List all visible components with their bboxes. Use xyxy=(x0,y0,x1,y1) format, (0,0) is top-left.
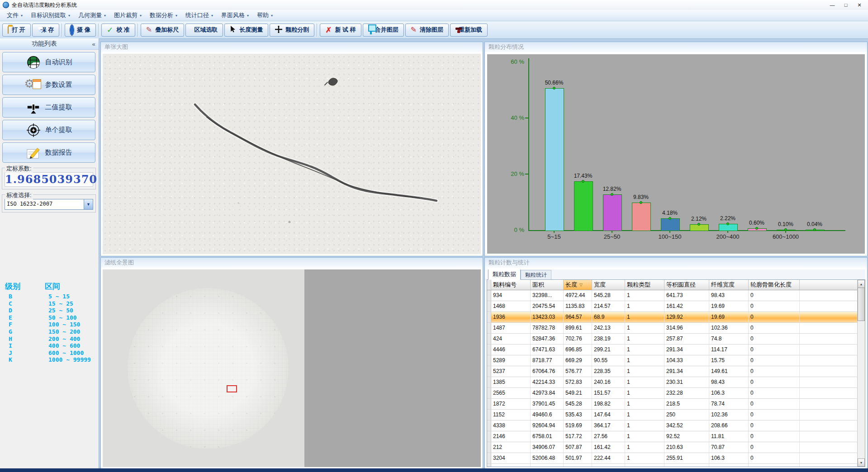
table-cell: 27.56 xyxy=(592,431,625,442)
menu-item-3[interactable]: 图片裁剪▾ xyxy=(110,10,146,21)
table-cell: 1 xyxy=(625,431,664,442)
standard-select[interactable]: ISO 16232-2007 ▼ xyxy=(5,199,93,210)
calibration-label: 定标系数: xyxy=(5,165,33,173)
filter-paper-circle[interactable] xyxy=(128,288,289,449)
column-header-2[interactable]: 长度▽ xyxy=(564,280,592,290)
reload-button[interactable]: 重新加载 xyxy=(450,24,488,37)
menu-item-7[interactable]: 帮助▾ xyxy=(253,10,277,21)
table-row[interactable]: 148778782.78899.61242.131314.96102.360 xyxy=(487,323,865,334)
toolbar: 打 开保 存摄 像✓校 准✎叠加标尺区域选取长度测量颗粒分割✗新 试 样合并图层… xyxy=(0,21,868,39)
table-row[interactable]: 444667471.63696.85299.211291.34114.170 xyxy=(487,345,865,355)
chart-bar-5~15 xyxy=(545,88,564,231)
level-row: G150 ~ 200 xyxy=(0,328,99,335)
capture-button[interactable]: 摄 像 xyxy=(65,24,96,37)
scrollbar-thumb[interactable] xyxy=(858,288,865,321)
tab-particle-statistics[interactable]: 颗粒统计 xyxy=(521,270,551,279)
column-header-6[interactable]: 纤维宽度 xyxy=(709,280,749,290)
menu-item-2[interactable]: 几何测量▾ xyxy=(74,10,110,21)
maximize-button[interactable]: □ xyxy=(839,1,853,9)
table-cell: 68.9 xyxy=(592,312,625,322)
table-scrollbar[interactable]: ▲ ▼ xyxy=(857,280,865,467)
table-row[interactable]: 21234906.07507.87161.421210.6370.870 xyxy=(487,442,865,453)
table-row[interactable]: 433892604.94519.69364.171342.52208.660 xyxy=(487,420,865,431)
microscope-image[interactable] xyxy=(103,54,481,254)
table-cell: 230.31 xyxy=(664,377,709,387)
table-row[interactable]: 52898718.77669.2990.551104.3315.750 xyxy=(487,355,865,366)
table-cell: 98.43 xyxy=(709,377,749,387)
distribution-chart-title: 颗粒分布情况 xyxy=(485,42,867,52)
level-row: C15 ~ 25 xyxy=(0,300,99,307)
menu-item-5[interactable]: 统计口径▾ xyxy=(181,10,217,21)
toolbar-button-label: 校 准 xyxy=(116,26,130,34)
table-row[interactable]: 21466758.01517.7227.56192.5211.810 xyxy=(487,431,865,442)
minimize-button[interactable]: — xyxy=(825,1,839,9)
table-row[interactable]: 187237901.45545.28198.821218.578.740 xyxy=(487,399,865,410)
overlay-ruler-button[interactable]: ✎叠加标尺 xyxy=(141,24,184,37)
table-cell: 248.03 xyxy=(709,464,749,467)
chevron-down-icon[interactable]: ▼ xyxy=(84,199,93,209)
table-row[interactable]: 256542973.84549.21151.571232.28106.30 xyxy=(487,388,865,399)
particle-split-button[interactable]: 颗粒分割 xyxy=(270,24,314,37)
sidebar-button-single-extract[interactable]: 单个提取 xyxy=(2,120,95,140)
menu-item-6[interactable]: 界面风格▾ xyxy=(217,10,253,21)
table-row[interactable]: 523767064.76576.77228.351291.34149.610 xyxy=(487,366,865,377)
column-header-3[interactable]: 宽度 xyxy=(592,280,625,290)
x-tick-mark xyxy=(554,231,555,233)
table-cell: 1135.83 xyxy=(564,301,592,312)
collapse-sidebar-button[interactable]: « xyxy=(89,41,99,47)
table-row[interactable]: 320452006.48501.97222.441255.91106.30 xyxy=(487,453,865,464)
close-button[interactable]: ✕ xyxy=(853,1,866,9)
scroll-down-icon[interactable]: ▼ xyxy=(858,458,865,467)
table-cell: 34906.07 xyxy=(531,442,564,453)
column-header-1[interactable]: 面积 xyxy=(531,280,564,290)
table-row[interactable]: 115249460.6535.43147.641250102.360 xyxy=(487,410,865,420)
panorama-image-area[interactable] xyxy=(103,269,304,467)
row-gutter xyxy=(487,453,491,463)
clear-layers-button[interactable]: ✎清除图层 xyxy=(405,24,449,37)
menu-item-0[interactable]: 文件▾ xyxy=(3,10,27,21)
table-cell: 1 xyxy=(625,334,664,344)
sidebar-button-data-report[interactable]: 数据报告 xyxy=(2,142,95,163)
table-row[interactable]: 193613423.03964.5768.91129.9219.690 xyxy=(487,312,865,323)
bar-value-label: 4.18% xyxy=(655,210,685,216)
menu-item-4[interactable]: 数据分析▾ xyxy=(146,10,181,21)
table-cell: 641.73 xyxy=(664,290,709,301)
table-row[interactable]: 93432398...4972.44545.281641.7398.430 xyxy=(487,290,865,301)
new-sample-button[interactable]: ✗新 试 样 xyxy=(320,24,361,37)
table-cell: 0 xyxy=(749,323,800,333)
open-button[interactable]: 打 开 xyxy=(2,24,31,37)
tab-particle-data[interactable]: 颗粒数据 xyxy=(488,269,521,280)
table-row[interactable]: 155511998...492.13401.571389.76248.030 xyxy=(487,464,865,467)
calibrate-button[interactable]: ✓校 准 xyxy=(101,24,135,37)
table-cell: 13423.03 xyxy=(531,312,564,322)
save-button[interactable]: 保 存 xyxy=(32,24,60,37)
scroll-up-icon[interactable]: ▲ xyxy=(858,280,865,288)
chart-bar-50~100 xyxy=(632,203,651,231)
sidebar-button-auto-detect[interactable]: 自动识别 xyxy=(2,52,95,72)
distribution-chart-panel: 颗粒分布情况 0 %20 %40 %60 %50.66%17.43%12.82%… xyxy=(484,42,868,256)
region-select-button[interactable]: 区域选取 xyxy=(185,24,223,37)
menu-item-1[interactable]: 目标识别提取▾ xyxy=(27,10,74,21)
table-cell: 702.76 xyxy=(564,334,592,344)
menu-item-label: 界面风格 xyxy=(221,11,245,19)
sidebar-button-param-settings[interactable]: ⚙参数设置 xyxy=(2,75,95,95)
sidebar-button-binary-extract[interactable]: 二值提取 xyxy=(2,97,95,118)
table-row[interactable]: 146820475.541135.83214.571161.4219.690 xyxy=(487,301,865,312)
table-cell: 1 xyxy=(625,442,664,453)
table-row[interactable]: 42452847.36702.76238.191257.8774.80 xyxy=(487,334,865,345)
column-header-0[interactable]: 颗料编号 xyxy=(491,280,531,290)
table-row[interactable]: 138542214.33572.83240.161230.3198.430 xyxy=(487,377,865,388)
length-measure-button[interactable]: 长度测量 xyxy=(224,24,268,37)
table-cell: 20475.54 xyxy=(531,301,564,312)
table-cell: 151.57 xyxy=(592,388,625,398)
column-header-4[interactable]: 颗粒类型 xyxy=(625,280,664,290)
row-gutter xyxy=(487,399,491,409)
merge-layers-button[interactable]: 合并图层 xyxy=(363,24,404,37)
application-window: 全自动清洁度颗粒分析系统 — □ ✕ 文件▾目标识别提取▾几何测量▾图片裁剪▾数… xyxy=(0,0,868,472)
toolbar-separator xyxy=(62,24,62,37)
column-header-5[interactable]: 等积圆直径 xyxy=(664,280,709,290)
table-cell: 1 xyxy=(625,312,664,322)
table-cell: 0 xyxy=(749,388,800,398)
column-header-7[interactable]: 轮廓骨骼化长度 xyxy=(749,280,800,290)
menu-item-label: 数据分析 xyxy=(150,11,173,19)
